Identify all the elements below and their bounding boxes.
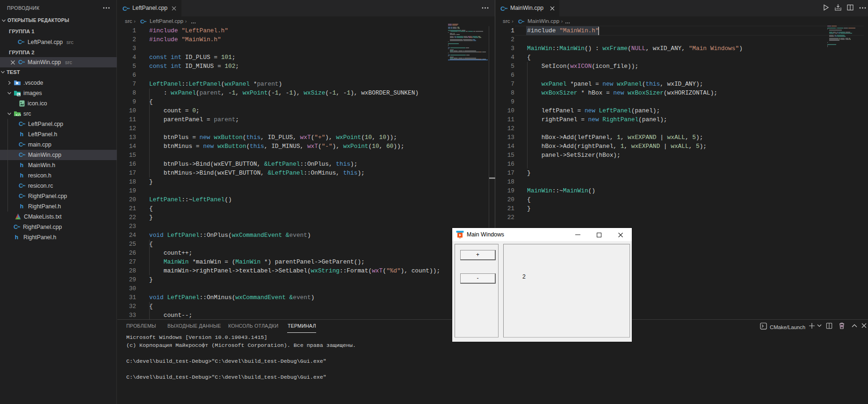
svg-text:C: C (19, 152, 23, 158)
svg-text:C: C (19, 141, 23, 148)
svg-text:C: C (18, 39, 22, 45)
svg-text:C: C (518, 18, 522, 25)
svg-text:C: C (19, 183, 23, 189)
svg-text:h: h (20, 162, 23, 169)
svg-text:h: h (20, 131, 23, 138)
svg-text:C: C (123, 5, 127, 12)
svg-text:h: h (20, 172, 23, 179)
svg-text:C: C (19, 193, 23, 199)
svg-text:C: C (140, 18, 145, 25)
svg-text:</>: </> (15, 113, 21, 117)
svg-text:h: h (15, 234, 18, 241)
svg-text:C: C (19, 121, 23, 127)
svg-text:h: h (20, 203, 23, 210)
svg-text:C: C (14, 224, 18, 230)
svg-text:C: C (500, 5, 505, 12)
svg-text:C: C (18, 59, 22, 66)
